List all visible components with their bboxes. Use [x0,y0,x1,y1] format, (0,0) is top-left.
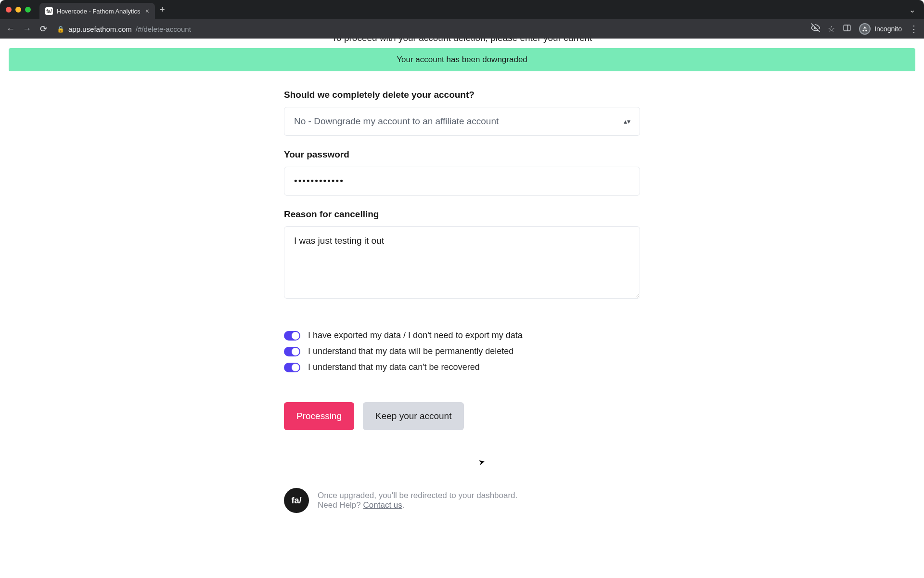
footer-line-1: Once upgraded, you'll be redirected to y… [318,491,517,500]
toggle-label: I understand that my data can't be recov… [308,362,480,372]
back-button[interactable]: ← [6,24,15,34]
submit-button[interactable]: Processing [284,402,354,430]
new-tab-button[interactable]: + [160,5,165,15]
tab-favicon: fa/ [45,7,53,15]
footer-help-prefix: Need Help? [318,500,363,510]
delete-account-select[interactable]: No - Downgrade my account to an affiliat… [284,107,640,136]
footer-help-suffix: . [402,500,405,510]
side-panel-icon[interactable] [843,24,851,35]
browser-tab[interactable]: fa/ Hovercode - Fathom Analytics × [39,3,155,19]
contact-us-link[interactable]: Contact us [363,500,402,510]
window-maximize-button[interactable] [25,7,31,13]
forward-button[interactable]: → [22,24,32,34]
toggle-row-no-recovery: I understand that my data can't be recov… [284,362,640,372]
password-label: Your password [284,149,640,160]
tab-close-icon[interactable]: × [145,7,149,15]
address-bar[interactable]: 🔒 app.usefathom.com/#/delete-account [55,25,804,33]
url-host: app.usefathom.com [68,25,132,33]
toggle-no-recovery[interactable] [284,363,300,372]
confirmation-toggles: I have exported my data / I don't need t… [284,330,640,372]
window-traffic-lights [6,7,31,13]
toggle-label: I have exported my data / I don't need t… [308,330,523,341]
eye-off-icon[interactable] [811,23,820,35]
reload-button[interactable]: ⟳ [38,24,48,34]
keep-account-button[interactable]: Keep your account [363,402,464,430]
browser-toolbar: ← → ⟳ 🔒 app.usefathom.com/#/delete-accou… [0,19,924,39]
footer-logo: fa/ [284,488,309,513]
footer: fa/ Once upgraded, you'll be redirected … [284,488,640,513]
toggle-row-exported: I have exported my data / I don't need t… [284,330,640,341]
reason-textarea[interactable]: I was just testing it out [284,226,640,299]
delete-question-label: Should we completely delete your account… [284,90,640,100]
flash-banner: Your account has been downgraded [9,48,915,71]
truncated-heading: To proceed with your account deletion, p… [332,39,592,43]
tabs-overflow-icon[interactable]: ⌄ [909,5,915,14]
browser-menu-icon[interactable]: ⋮ [910,24,918,34]
svg-rect-0 [844,25,850,31]
window-minimize-button[interactable] [15,7,21,13]
page-content: To proceed with your account deletion, p… [0,39,924,578]
incognito-avatar-icon [859,23,871,35]
password-input[interactable] [284,167,640,196]
toggle-exported-data[interactable] [284,331,300,341]
browser-tab-strip: fa/ Hovercode - Fathom Analytics × + ⌄ [0,0,924,19]
action-buttons: Processing Keep your account [284,402,640,430]
tab-title: Hovercode - Fathom Analytics [57,8,141,15]
delete-account-select-wrap: No - Downgrade my account to an affiliat… [284,107,640,136]
toggle-label: I understand that my data will be perman… [308,346,513,356]
window-close-button[interactable] [6,7,12,13]
incognito-label: Incognito [874,25,902,33]
incognito-indicator[interactable]: Incognito [859,23,902,35]
toggle-permanent-delete[interactable] [284,347,300,356]
url-path: /#/delete-account [136,25,191,33]
lock-icon: 🔒 [57,26,64,33]
star-icon[interactable]: ☆ [828,24,835,34]
footer-line-2: Need Help? Contact us. [318,500,517,510]
reason-label: Reason for cancelling [284,209,640,220]
toggle-row-permanent-delete: I understand that my data will be perman… [284,346,640,356]
